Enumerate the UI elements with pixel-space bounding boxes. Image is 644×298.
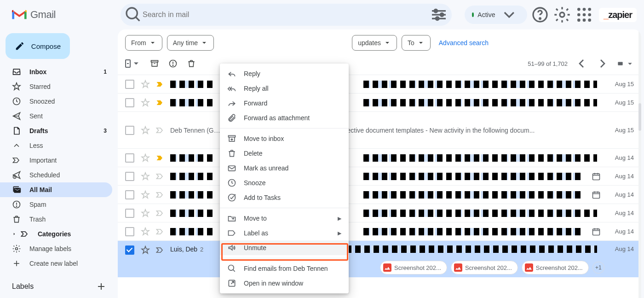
sidebar-item-create-label[interactable]: Create new label xyxy=(0,256,112,271)
zapier-badge[interactable]: _zapier xyxy=(599,8,637,22)
gear-icon xyxy=(12,244,21,253)
row-checkbox[interactable] xyxy=(125,153,134,163)
row-checkbox[interactable] xyxy=(125,245,134,255)
svg-point-16 xyxy=(588,13,591,17)
email-row[interactable]: Aug 14 xyxy=(118,148,641,167)
search-bar[interactable] xyxy=(121,4,452,26)
important-marker-icon[interactable] xyxy=(155,209,165,218)
row-checkbox[interactable] xyxy=(125,80,134,89)
attachment-chip[interactable]: Screenshot 202... xyxy=(522,261,589,275)
compose-button[interactable]: Compose xyxy=(6,33,70,59)
attachment-more[interactable]: +1 xyxy=(592,262,604,274)
sidebar-item-scheduled[interactable]: Scheduled xyxy=(0,168,112,182)
ctx-move-inbox[interactable]: Move to inbox xyxy=(220,131,349,146)
row-checkbox[interactable] xyxy=(125,126,134,135)
star-icon[interactable] xyxy=(141,80,150,89)
settings-gear-icon[interactable] xyxy=(553,6,571,24)
star-icon[interactable] xyxy=(141,227,150,236)
star-icon[interactable] xyxy=(141,245,150,255)
sidebar-item-drafts[interactable]: Drafts 3 xyxy=(0,123,112,138)
sidebar-item-snoozed[interactable]: Snoozed xyxy=(0,94,112,109)
ctx-label-as[interactable]: Label as▶ xyxy=(220,226,349,240)
important-marker-icon[interactable] xyxy=(155,80,165,89)
attachment-chip[interactable]: Screenshot 202... xyxy=(451,261,518,275)
important-marker-icon[interactable] xyxy=(155,98,165,107)
ctx-reply[interactable]: Reply xyxy=(220,66,349,81)
archive-icon[interactable] xyxy=(150,59,159,68)
star-icon[interactable] xyxy=(141,209,150,218)
advanced-search-link[interactable]: Advanced search xyxy=(439,39,489,47)
select-all-checkbox[interactable] xyxy=(125,59,141,68)
star-icon[interactable] xyxy=(141,172,150,181)
sidebar-item-inbox[interactable]: Inbox 1 xyxy=(0,64,112,79)
filter-updates[interactable]: updates xyxy=(352,35,397,51)
email-row[interactable]: Aug 15 xyxy=(118,93,641,111)
filter-to[interactable]: To xyxy=(402,35,431,51)
prev-page-icon[interactable] xyxy=(574,56,589,71)
email-row-selected[interactable]: Luis, Deb 2 Aug 14 Screenshot 202... Scr… xyxy=(118,240,641,277)
email-row[interactable]: Aug 14 xyxy=(118,222,641,240)
folder-move-icon xyxy=(227,214,236,223)
ctx-mark-unread[interactable]: Mark as unread xyxy=(220,161,349,175)
row-checkbox[interactable] xyxy=(125,227,134,236)
important-marker-icon[interactable] xyxy=(155,190,165,199)
ctx-delete[interactable]: Delete xyxy=(220,146,349,161)
svg-point-9 xyxy=(540,18,541,19)
important-marker-icon[interactable] xyxy=(155,245,165,255)
sidebar-item-all-mail[interactable]: All Mail xyxy=(0,182,112,197)
apps-grid-icon[interactable] xyxy=(575,6,593,24)
row-checkbox[interactable] xyxy=(125,172,134,181)
ctx-forward[interactable]: Forward xyxy=(220,96,349,111)
star-icon[interactable] xyxy=(141,190,150,199)
redacted-content xyxy=(363,99,597,106)
sidebar-item-sent[interactable]: Sent xyxy=(0,109,112,123)
ctx-find-emails[interactable]: Find emails from Deb Tennen xyxy=(220,261,349,276)
star-icon[interactable] xyxy=(141,153,150,163)
sidebar-item-less[interactable]: Less xyxy=(0,138,112,153)
ctx-forward-attachment[interactable]: Forward as attachment xyxy=(220,111,349,125)
email-row[interactable]: Aug 14 xyxy=(118,167,641,185)
delete-icon[interactable] xyxy=(187,59,196,68)
input-tools-icon[interactable] xyxy=(616,60,634,68)
email-row[interactable]: Aug 14 xyxy=(118,204,641,222)
ctx-move-to[interactable]: Move to▶ xyxy=(220,211,349,226)
email-row[interactable]: Aug 15 xyxy=(118,75,641,93)
ctx-unmute[interactable]: Unmute xyxy=(220,240,349,255)
filter-from[interactable]: From xyxy=(125,35,162,51)
row-checkbox[interactable] xyxy=(125,98,134,107)
ctx-add-tasks[interactable]: Add to Tasks xyxy=(220,190,349,205)
sidebar-item-categories[interactable]: Categories xyxy=(0,227,112,241)
ctx-reply-all[interactable]: Reply all xyxy=(220,81,349,96)
ctx-open-window[interactable]: Open in new window xyxy=(220,276,349,291)
row-date: Aug 14 xyxy=(606,154,634,161)
row-checkbox[interactable] xyxy=(125,190,134,199)
important-marker-icon[interactable] xyxy=(155,126,165,135)
important-marker-icon[interactable] xyxy=(155,227,165,236)
email-row[interactable]: Deb Tennen (Goo v to create effective do… xyxy=(118,111,641,148)
gmail-logo[interactable]: Gmail xyxy=(12,9,56,21)
sidebar-item-starred[interactable]: Starred xyxy=(0,79,112,94)
email-row[interactable]: Aug 14 xyxy=(118,185,641,204)
add-label-icon[interactable] xyxy=(96,281,107,292)
attachment-chip[interactable]: Screenshot 202... xyxy=(380,261,447,275)
sidebar-item-manage-labels[interactable]: Manage labels xyxy=(0,241,112,256)
search-input[interactable] xyxy=(143,11,430,19)
help-icon[interactable] xyxy=(531,6,549,24)
star-icon[interactable] xyxy=(141,126,150,135)
status-chip[interactable]: Active xyxy=(465,6,527,24)
ctx-snooze[interactable]: Snooze xyxy=(220,175,349,190)
svg-point-7 xyxy=(436,17,439,20)
report-spam-icon[interactable] xyxy=(168,59,178,68)
next-page-icon[interactable] xyxy=(595,56,610,71)
scrollbar[interactable] xyxy=(638,29,641,298)
sidebar-item-important[interactable]: Important xyxy=(0,153,112,168)
search-options-icon[interactable] xyxy=(430,6,448,24)
filter-any-time[interactable]: Any time xyxy=(167,35,214,51)
important-marker-icon[interactable] xyxy=(155,172,165,181)
important-marker-icon[interactable] xyxy=(155,153,165,163)
star-icon[interactable] xyxy=(141,98,150,107)
sidebar-item-spam[interactable]: Spam xyxy=(0,197,112,212)
sidebar-item-trash[interactable]: Trash xyxy=(0,212,112,227)
row-date: Aug 14 xyxy=(606,210,634,216)
row-checkbox[interactable] xyxy=(125,209,134,218)
